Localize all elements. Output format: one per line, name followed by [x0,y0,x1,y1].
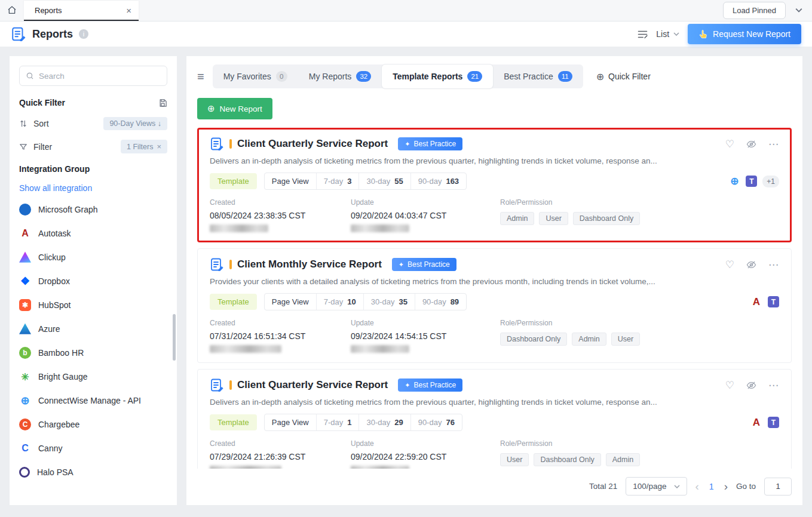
hide-icon[interactable] [746,380,756,390]
collapse-sidebar-icon[interactable]: ≡ [197,70,204,82]
more-actions-icon[interactable]: ⋯ [768,258,779,271]
role-pill: Dashboard Only [534,453,600,466]
browser-bar: Reports × Load Pinned [0,0,812,21]
integration-label: HubSpot [38,300,71,310]
sidebar-item-connectwise[interactable]: ⊕ ConnectWise Manage - API [19,389,167,413]
sort-value-pill[interactable]: 90-Day Views ↓ [103,117,167,130]
role-pill: Admin [572,333,606,346]
created-value: 07/29/2024 21:26:39 CST [210,452,351,461]
clear-filter-icon[interactable]: × [157,142,161,151]
tabs-row: ≡ My Favorites 0 My Reports 32 Template … [197,64,792,88]
tab-label: Best Practice [504,72,553,81]
sidebar-item-chargebee[interactable]: C Chargebee [19,413,167,436]
filter-row[interactable]: Filter 1 Filters × [19,140,167,153]
favorite-icon[interactable]: ♡ [725,258,734,271]
updated-block: Update 09/20/2024 22:59:20 CST [351,439,500,469]
tab-my-reports[interactable]: My Reports 32 [298,64,382,88]
filter-icon [19,143,27,151]
save-filter-icon[interactable] [158,99,167,107]
hide-icon[interactable] [746,260,756,270]
tab-template-reports[interactable]: Template Reports 21 [382,64,493,88]
sidebar-item-bamboo-hr[interactable]: b Bamboo HR [19,341,167,365]
teams-icon: T [768,417,779,428]
tab-group: My Favorites 0 My Reports 32 Template Re… [213,64,583,88]
current-page[interactable]: 1 [707,482,716,491]
favorite-icon[interactable]: ♡ [725,379,734,392]
tab-my-favorites[interactable]: My Favorites 0 [213,64,298,88]
view-options-icon[interactable] [638,30,648,39]
goto-label: Go to [736,482,756,491]
new-report-button[interactable]: ⊕ New Report [197,98,272,119]
sidebar-item-halo-psa[interactable]: Halo PSA [19,460,167,484]
quick-filter-button[interactable]: ⊕ Quick Filter [596,71,651,82]
browser-tab-reports[interactable]: Reports × [24,1,139,21]
quick-filter-heading: Quick Filter [19,98,65,107]
redacted-author [351,345,409,353]
show-all-integration-link[interactable]: Show all integration [19,183,167,193]
sidebar-item-clickup[interactable]: Clickup [19,245,167,269]
chevron-down-icon[interactable] [795,8,802,13]
connectwise-icon: ⊕ [728,176,740,187]
badge-star-icon: ✦ [405,381,410,389]
prev-page-icon[interactable]: ‹ [695,481,699,492]
plus-circle-icon: ⊕ [596,71,604,82]
tab-count-badge: 21 [467,71,482,82]
sidebar-item-azure[interactable]: Azure [19,317,167,341]
created-value: 08/05/2024 23:38:35 CST [210,211,351,220]
sidebar-item-hubspot[interactable]: ✱ HubSpot [19,293,167,317]
reports-logo-icon [11,26,26,42]
report-title[interactable]: Client Monthly Service Report [237,258,382,270]
created-block: Created 07/31/2024 16:51:34 CST [210,319,351,353]
search-input[interactable] [39,72,161,81]
report-title[interactable]: Client Quarterly Service Report [237,138,388,150]
role-pill: Admin [606,453,640,466]
load-pinned-button[interactable]: Load Pinned [723,2,786,19]
sort-row[interactable]: Sort 90-Day Views ↓ [19,117,167,130]
sidebar-scrollbar[interactable] [173,314,176,361]
autotask-icon: A [19,227,31,239]
report-card[interactable]: Client Monthly Service Report ✦ Best Pra… [197,248,792,363]
updated-value: 09/20/2024 04:03:47 CST [351,211,500,220]
goto-page-input[interactable] [764,478,792,496]
report-doc-icon [210,257,224,272]
more-integrations-badge[interactable]: +1 [762,176,779,187]
updated-value: 09/23/2024 14:54:15 CST [351,331,500,341]
view-stats: Page View 7-day3 30-day55 90-day163 [264,173,467,190]
home-button[interactable] [0,0,24,21]
more-actions-icon[interactable]: ⋯ [768,379,779,392]
redacted-author [210,345,281,353]
filter-value-pill[interactable]: 1 Filters × [121,140,167,153]
report-title[interactable]: Client Quarterly Service Report [237,379,388,391]
accent-bar [229,139,232,149]
sort-value: 90-Day Views ↓ [109,119,161,128]
role-pill: User [539,212,568,225]
report-description: Provides your clients with a detailed an… [210,277,779,286]
template-tag: Template [210,294,257,310]
report-list: Client Quarterly Service Report ✦ Best P… [197,128,792,469]
info-icon[interactable]: i [79,29,88,39]
integration-label: Bright Gauge [38,372,88,381]
close-icon[interactable]: × [126,5,131,16]
sidebar-item-autotask[interactable]: A Autotask [19,221,167,245]
tab-count-badge: 0 [276,71,287,82]
sidebar-item-microsoft-graph[interactable]: Microsoft Graph [19,198,167,221]
updated-block: Update 09/23/2024 14:54:15 CST [351,319,500,353]
favorite-icon[interactable]: ♡ [725,138,734,150]
more-actions-icon[interactable]: ⋯ [768,138,779,150]
autotask-icon: A [750,296,762,308]
view-mode-select[interactable]: List [656,29,679,39]
report-card[interactable]: Client Quarterly Service Report ✦ Best P… [197,369,792,469]
next-page-icon[interactable]: › [724,481,728,492]
tab-best-practice[interactable]: Best Practice 11 [493,64,583,88]
page-size-select[interactable]: 100/page [626,477,687,496]
report-card[interactable]: Client Quarterly Service Report ✦ Best P… [197,128,792,242]
integration-label: Autotask [38,229,71,238]
chevron-down-icon [674,485,680,488]
sidebar-item-dropbox[interactable]: ❖ Dropbox [19,269,167,293]
app-header: Reports i List Request New Report [0,21,812,47]
sidebar-item-bright-gauge[interactable]: ✳ Bright Gauge [19,365,167,389]
request-new-report-button[interactable]: Request New Report [688,24,801,44]
hide-icon[interactable] [746,139,756,149]
sidebar-item-canny[interactable]: C Canny [19,436,167,460]
pagination: Total 21 100/page ‹ 1 › Go to [197,469,792,496]
